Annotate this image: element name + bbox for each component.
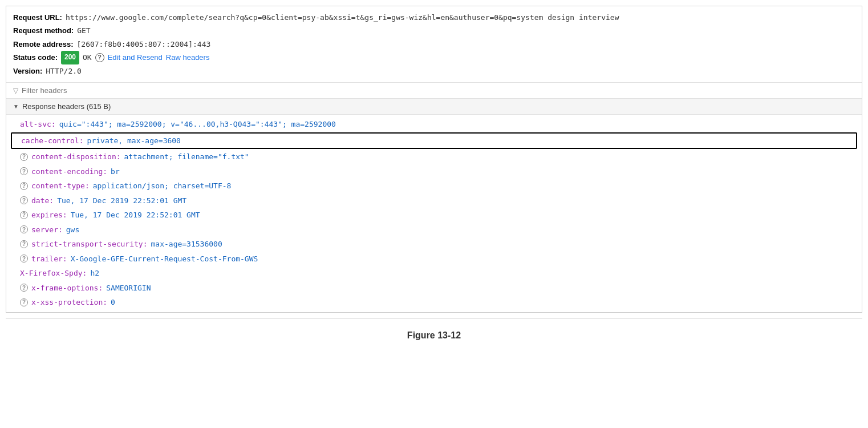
header-value: br xyxy=(111,166,120,177)
header-name: content-disposition: xyxy=(31,151,121,163)
header-value: max-age=31536000 xyxy=(151,239,222,250)
header-name: alt-svc: xyxy=(20,119,56,130)
version-row: Version: HTTP/2.0 xyxy=(13,64,855,78)
request-method-row: Request method: GET xyxy=(13,24,855,37)
status-code-row: Status code: 200 OK ? Edit and Resend Ra… xyxy=(13,51,855,64)
remote-address-label: Remote address: xyxy=(13,38,73,51)
header-name: x-frame-options: xyxy=(31,282,103,294)
version-label: Version: xyxy=(13,64,42,78)
header-info-icon[interactable]: ? xyxy=(20,298,28,306)
header-row: ?trailer: X-Google-GFE-Current-Request-C… xyxy=(6,252,862,267)
header-value: private, max-age=3600 xyxy=(87,135,181,147)
filter-headers-input[interactable] xyxy=(22,86,136,95)
header-name: date: xyxy=(31,195,54,207)
header-name: X-Firefox-Spdy: xyxy=(20,268,87,279)
header-row: alt-svc: quic=":443"; ma=2592000; v="46.… xyxy=(6,117,862,132)
header-name: cache-control: xyxy=(21,135,84,147)
request-url-label: Request URL: xyxy=(13,11,62,24)
header-row: X-Firefox-Spdy: h2 xyxy=(6,266,862,281)
request-info-section: Request URL: https://www.google.com/comp… xyxy=(6,6,862,83)
header-row: ?strict-transport-security: max-age=3153… xyxy=(6,237,862,252)
request-method-label: Request method: xyxy=(13,24,74,37)
network-inspector-panel: Request URL: https://www.google.com/comp… xyxy=(6,6,862,313)
header-row: ?content-encoding: br xyxy=(6,164,862,179)
header-name: strict-transport-security: xyxy=(31,239,148,250)
header-info-icon[interactable]: ? xyxy=(20,225,28,233)
header-value: h2 xyxy=(90,268,99,279)
header-value: X-Google-GFE-Current-Request-Cost-From-G… xyxy=(71,253,258,265)
header-name: content-encoding: xyxy=(31,166,107,177)
filter-bar: ▽ xyxy=(6,83,862,99)
request-url-row: Request URL: https://www.google.com/comp… xyxy=(13,11,855,24)
raw-headers-link[interactable]: Raw headers xyxy=(166,51,210,64)
figure-caption: Figure 13-12 xyxy=(0,319,868,352)
remote-address-row: Remote address: [2607:f8b0:4005:807::200… xyxy=(13,38,855,51)
filter-icon: ▽ xyxy=(13,87,18,95)
header-value: SAMEORIGIN xyxy=(106,282,151,294)
header-value: application/json; charset=UTF-8 xyxy=(93,180,232,192)
header-info-icon[interactable]: ? xyxy=(20,255,28,263)
header-info-icon[interactable]: ? xyxy=(20,284,28,292)
header-value: quic=":443"; ma=2592000; v="46...00,h3-Q… xyxy=(59,119,336,130)
status-badge: 200 xyxy=(61,51,79,64)
header-row: ?expires: Tue, 17 Dec 2019 22:52:01 GMT xyxy=(6,208,862,223)
status-help-icon[interactable]: ? xyxy=(95,53,104,62)
headers-list: alt-svc: quic=":443"; ma=2592000; v="46.… xyxy=(6,115,862,312)
header-value: Tue, 17 Dec 2019 22:52:01 GMT xyxy=(57,195,186,207)
response-headers-label: Response headers (615 B) xyxy=(22,102,111,111)
header-name: expires: xyxy=(31,209,67,221)
header-row: ?date: Tue, 17 Dec 2019 22:52:01 GMT xyxy=(6,193,862,208)
version-value: HTTP/2.0 xyxy=(46,64,82,78)
header-info-icon[interactable]: ? xyxy=(20,196,28,204)
header-row: ?x-xss-protection: 0 xyxy=(6,295,862,310)
response-headers-section-header[interactable]: ▼ Response headers (615 B) xyxy=(6,99,862,115)
header-value: 0 xyxy=(111,297,115,308)
edit-resend-link[interactable]: Edit and Resend xyxy=(108,51,163,64)
header-name: content-type: xyxy=(31,180,90,192)
status-code-label: Status code: xyxy=(13,51,58,64)
header-value: gws xyxy=(66,224,79,236)
header-info-icon[interactable]: ? xyxy=(20,153,28,161)
remote-address-value: [2607:f8b0:4005:807::2004]:443 xyxy=(76,38,210,51)
header-row: ?content-type: application/json; charset… xyxy=(6,179,862,193)
header-value: Tue, 17 Dec 2019 22:52:01 GMT xyxy=(71,209,200,221)
header-name: x-xss-protection: xyxy=(31,297,107,308)
header-row: ?server: gws xyxy=(6,223,862,237)
header-value: attachment; filename="f.txt" xyxy=(124,151,249,163)
collapse-chevron-icon: ▼ xyxy=(13,103,19,110)
request-method-value: GET xyxy=(77,24,90,37)
header-row: ?x-frame-options: SAMEORIGIN xyxy=(6,281,862,296)
header-name: server: xyxy=(31,224,63,236)
header-name: trailer: xyxy=(31,253,67,265)
request-url-value: https://www.google.com/complete/search?q… xyxy=(66,11,619,24)
status-text: OK xyxy=(83,51,92,64)
header-info-icon[interactable]: ? xyxy=(20,167,28,175)
header-info-icon[interactable]: ? xyxy=(20,211,28,219)
header-row: cache-control: private, max-age=3600 xyxy=(11,132,857,150)
header-row: ?content-disposition: attachment; filena… xyxy=(6,150,862,164)
header-info-icon[interactable]: ? xyxy=(20,182,28,190)
header-info-icon[interactable]: ? xyxy=(20,240,28,248)
